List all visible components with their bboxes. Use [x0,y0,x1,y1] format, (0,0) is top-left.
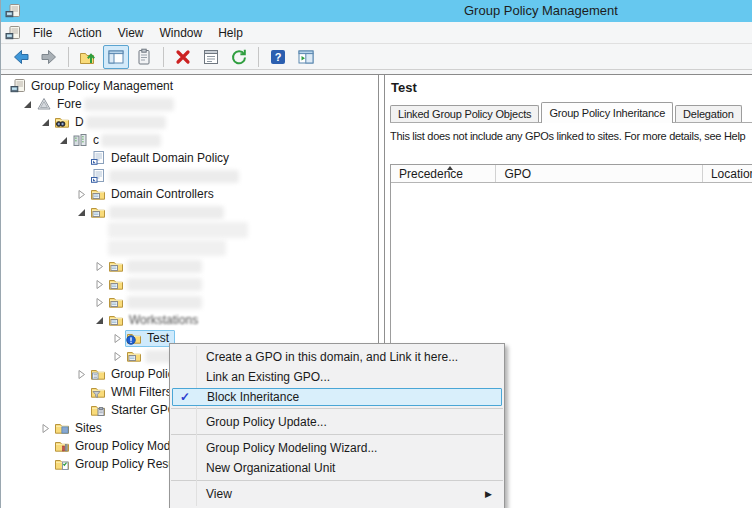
menu-item-label: Group Policy Modeling Wizard... [206,441,377,455]
tree-item-content [107,276,203,293]
collapsed-twisty-icon[interactable] [73,368,89,380]
menu-help[interactable]: Help [210,23,251,43]
tree-item-redacted[interactable] [1,221,378,239]
tree-item-redacted[interactable] [1,293,378,311]
up-one-level-button[interactable] [75,45,101,69]
action-pane-toggle-button[interactable] [293,45,319,69]
menu-item-group-policy-modeling-wizard[interactable]: Group Policy Modeling Wizard... [170,438,504,458]
twisty-spacer [37,440,53,452]
tab-linked-group-policy-objects[interactable]: Linked Group Policy Objects [390,105,539,122]
window-title: Group Policy Management [464,3,618,18]
twisty-spacer [73,152,89,164]
menu-item-block-inheritance[interactable]: ✓Block Inheritance [172,388,502,406]
gpo-icon [90,168,106,184]
expanded-twisty-icon[interactable] [37,116,53,128]
column-header-precedence[interactable]: Precedence [391,165,496,182]
redacted-text [108,222,248,238]
paste-button[interactable] [131,45,157,69]
menu-item-label: Link an Existing GPO... [206,370,330,384]
menu-view[interactable]: View [110,23,152,43]
refresh-button[interactable] [226,45,252,69]
collapsed-twisty-icon[interactable] [91,260,107,272]
tree-item-group-policy-management[interactable]: Group Policy Management [1,77,378,95]
tree-item-content: Fore [35,96,175,113]
help-button[interactable]: ? [265,45,291,69]
menu-item-label: Create a GPO in this domain, and Link it… [206,350,458,364]
back-arrow-icon [11,47,31,67]
inheritance-description: This list does not include any GPOs link… [390,130,752,142]
menu-items: FileActionViewWindowHelp [25,23,251,43]
tree-item-label: Default Domain Policy [109,151,231,165]
tree-item-c[interactable]: c [1,131,378,149]
menu-file[interactable]: File [25,23,60,43]
collapsed-twisty-icon[interactable] [91,296,107,308]
tree-item-content: D [53,114,167,131]
console-tree-toggle-button[interactable] [103,45,129,69]
ou-folder-icon [108,312,124,328]
tree-item-redacted[interactable] [1,239,378,257]
tree-item-d[interactable]: D [1,113,378,131]
column-header-location[interactable]: Location [703,165,752,182]
expanded-twisty-icon[interactable] [91,314,107,326]
back-button[interactable] [8,45,34,69]
title-bar[interactable]: Group Policy Management [1,0,752,22]
tree-item-default-domain-policy[interactable]: Default Domain Policy [1,149,378,167]
tab-group-policy-inheritance[interactable]: Group Policy Inheritance [541,102,673,123]
menu-item-label: Group Policy Update... [206,415,327,429]
forward-button[interactable] [36,45,62,69]
menu-item-new-organizational-unit[interactable]: New Organizational Unit [170,458,504,478]
tree-item-fore[interactable]: Fore [1,95,378,113]
expanded-twisty-icon[interactable] [55,134,71,146]
tree-item-workstations[interactable]: Workstations [1,311,378,329]
redacted-text [101,134,161,147]
tree-item-redacted[interactable] [1,203,378,221]
toolbar-separator [68,47,69,67]
collapsed-twisty-icon[interactable] [109,350,125,362]
tree-item-content: Workstations [107,312,201,329]
menu-item-create-a-gpo-in-this-domain-and-link-it-here[interactable]: Create a GPO in this domain, and Link it… [170,347,504,367]
menu-item-view[interactable]: View▶ [170,484,504,504]
menu-action[interactable]: Action [60,23,109,43]
tree-item-redacted[interactable] [1,257,378,275]
redacted-text [86,116,166,129]
properties-button[interactable] [198,45,224,69]
menu-item-group-policy-update[interactable]: Group Policy Update... [170,412,504,432]
ou-folder-icon [108,258,124,274]
tree-item-label: Fore [55,97,84,111]
tree-item-label: Test [145,331,171,345]
tab-delegation[interactable]: Delegation [675,105,742,122]
tree-item-content: Default Domain Policy [89,150,232,167]
sites-icon [54,420,70,436]
gpmc-icon [10,78,26,94]
tree-item-redacted[interactable] [1,167,378,185]
delete-button[interactable] [170,45,196,69]
collapsed-twisty-icon[interactable] [37,422,53,434]
tree-item-content: WMI Filters [89,384,175,401]
column-header-gpo[interactable]: GPO [496,165,702,182]
tree-item-content [89,204,225,221]
ou-folder-icon [90,204,106,220]
collapsed-twisty-icon[interactable] [109,332,125,344]
menu-separator [171,434,503,435]
collapsed-twisty-icon[interactable] [91,278,107,290]
delete-x-icon [173,47,193,67]
ou-folder-icon [108,294,124,310]
expanded-twisty-icon[interactable] [73,206,89,218]
menu-item-link-an-existing-gpo[interactable]: Link an Existing GPO... [170,367,504,387]
menu-separator [171,480,503,481]
twisty-spacer [91,242,107,254]
menu-item-label: New Organizational Unit [206,461,335,475]
tree-item-domain-controllers[interactable]: Domain Controllers [1,185,378,203]
expanded-twisty-icon[interactable] [19,98,35,110]
collapsed-twisty-icon[interactable] [73,188,89,200]
tree-item-redacted[interactable] [1,275,378,293]
tree-item-content: Domain Controllers [89,186,217,203]
tab-strip: Linked Group Policy ObjectsGroup Policy … [390,102,752,123]
menu-item-label: Block Inheritance [207,390,299,404]
domains-folder-icon [54,114,70,130]
tree-item-label: Workstations [127,313,200,327]
gpmc-app-icon [5,3,21,19]
tree-item-label: D [73,115,86,129]
menu-window[interactable]: Window [152,23,211,43]
action-pane-icon [296,47,316,67]
